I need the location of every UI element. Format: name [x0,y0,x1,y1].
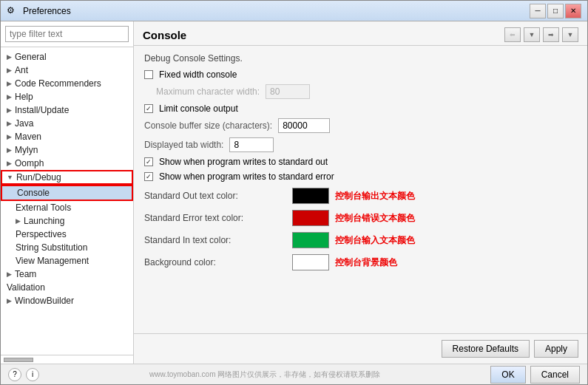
stdout-color-row: Standard Out text color: 控制台输出文本颜色 [144,188,577,204]
show-stderr-label[interactable]: Show when program writes to standard err… [144,171,334,182]
footer: ? i www.toymoban.com 网络图片仅供展示，非存储，如有侵权请联… [1,364,587,384]
info-icon[interactable]: i [26,368,39,381]
filter-input[interactable] [5,26,129,42]
cancel-button[interactable]: Cancel [530,366,580,384]
content-area: Console ⬅ ▼ ➡ ▼ Debug Console Settings. … [134,21,587,364]
content-header: Console ⬅ ▼ ➡ ▼ [134,21,587,46]
limit-output-row: Limit console output [144,103,577,114]
nav-forward-dropdown-button[interactable]: ▼ [562,27,578,42]
watermark-text: www.toymoban.com 网络图片仅供展示，非存储，如有侵权请联系删除 [149,369,380,380]
sidebar-item-install-update[interactable]: ▶Install/Update [1,103,133,117]
content-title: Console [143,29,186,41]
stdin-color-label: Standard In text color: [144,235,292,245]
content-body: Debug Console Settings. Fixed width cons… [134,46,587,333]
bg-color-box[interactable] [292,254,329,270]
sidebar-item-string-substitution[interactable]: String Substitution [1,241,133,254]
max-char-width-label: Maximum character width: [156,86,260,97]
show-stderr-row: Show when program writes to standard err… [144,171,577,182]
fixed-width-label[interactable]: Fixed width console [144,69,237,80]
show-stdout-checkbox[interactable] [144,157,153,166]
stderr-color-label: Standard Error text color: [144,213,292,223]
sidebar: ▶General ▶Ant ▶Code Recommenders ▶Help ▶… [1,21,134,364]
show-stderr-checkbox[interactable] [144,172,153,181]
preferences-window: ⚙ Preferences ─ □ ✕ ▶General ▶Ant ▶Code … [0,0,588,385]
restore-defaults-button[interactable]: Restore Defaults [442,340,530,358]
stdout-color-annotation: 控制台输出文本颜色 [335,190,415,202]
bottom-buttons: Restore Defaults Apply [134,333,587,364]
stdin-color-annotation: 控制台输入文本颜色 [335,234,415,247]
bg-color-label: Background color: [144,257,292,268]
stderr-color-box[interactable] [292,210,329,226]
stdout-color-label: Standard Out text color: [144,191,292,201]
fixed-width-checkbox[interactable] [144,70,153,79]
sidebar-item-view-management[interactable]: View Management [1,254,133,268]
filter-box [1,21,133,47]
limit-output-label[interactable]: Limit console output [144,103,238,114]
show-stdout-text: Show when program writes to standard out [159,157,328,167]
fixed-width-text: Fixed width console [159,69,237,80]
sidebar-item-launching[interactable]: ▶Launching [1,214,133,228]
tab-width-row: Displayed tab width: [144,137,577,152]
nav-dropdown-button[interactable]: ▼ [524,27,540,42]
maximize-button[interactable]: □ [547,4,564,18]
bg-color-row: Background color: 控制台背景颜色 [144,254,577,270]
show-stderr-text: Show when program writes to standard err… [159,171,334,182]
sidebar-item-help[interactable]: ▶Help [1,90,133,103]
show-stdout-label[interactable]: Show when program writes to standard out [144,157,328,167]
color-section: Standard Out text color: 控制台输出文本颜色 Stand… [144,188,577,270]
sidebar-item-perspectives[interactable]: Perspectives [1,228,133,241]
window-icon: ⚙ [7,5,18,17]
sidebar-item-maven[interactable]: ▶Maven [1,130,133,143]
apply-button[interactable]: Apply [534,340,578,358]
stdin-color-box[interactable] [292,232,329,248]
main-content: ▶General ▶Ant ▶Code Recommenders ▶Help ▶… [1,21,587,364]
sidebar-item-run-debug[interactable]: ▼Run/Debug [1,170,133,185]
ok-cancel-buttons: OK Cancel [490,366,580,384]
stdout-color-box[interactable] [292,188,329,204]
ok-button[interactable]: OK [490,366,525,384]
sidebar-item-validation[interactable]: Validation [1,281,133,294]
sidebar-item-external-tools[interactable]: External Tools [1,201,133,214]
titlebar-buttons: ─ □ ✕ [530,4,581,18]
max-char-width-row: Maximum character width: [144,84,577,99]
buffer-size-input[interactable] [278,118,330,133]
sidebar-item-team[interactable]: ▶Team [1,268,133,281]
sidebar-item-oomph[interactable]: ▶Oomph [1,157,133,170]
sidebar-item-mylyn[interactable]: ▶Mylyn [1,143,133,157]
stderr-color-annotation: 控制台错误文本颜色 [335,212,415,225]
sidebar-item-general[interactable]: ▶General [1,50,133,64]
sidebar-scrollbar[interactable] [1,355,133,364]
sidebar-item-ant[interactable]: ▶Ant [1,64,133,77]
show-stdout-row: Show when program writes to standard out [144,157,577,167]
footer-icons: ? i [8,368,39,381]
fixed-width-row: Fixed width console [144,69,577,80]
minimize-button[interactable]: ─ [530,4,546,18]
max-char-width-input [266,84,310,99]
section-title: Debug Console Settings. [144,53,577,64]
limit-output-checkbox[interactable] [144,104,153,113]
buffer-size-row: Console buffer size (characters): [144,118,577,133]
sidebar-item-console[interactable]: Console [1,185,133,201]
nav-back-button[interactable]: ⬅ [504,27,521,42]
buffer-size-label: Console buffer size (characters): [144,120,272,131]
limit-output-text: Limit console output [159,103,238,114]
close-button[interactable]: ✕ [565,4,581,18]
sidebar-item-java[interactable]: ▶Java [1,117,133,130]
sidebar-item-windowbuilder[interactable]: ▶WindowBuilder [1,294,133,307]
window-title: Preferences [23,6,530,16]
sidebar-item-code-recommenders[interactable]: ▶Code Recommenders [1,77,133,90]
nav-forward-button[interactable]: ➡ [543,27,559,42]
stdin-color-row: Standard In text color: 控制台输入文本颜色 [144,232,577,248]
stderr-color-row: Standard Error text color: 控制台错误文本颜色 [144,210,577,226]
titlebar: ⚙ Preferences ─ □ ✕ [1,1,587,21]
tab-width-input[interactable] [229,137,274,152]
tab-width-label: Displayed tab width: [144,140,223,150]
bg-color-annotation: 控制台背景颜色 [335,256,397,269]
header-nav: ⬅ ▼ ➡ ▼ [504,27,578,42]
tree-area: ▶General ▶Ant ▶Code Recommenders ▶Help ▶… [1,47,133,355]
help-icon[interactable]: ? [8,368,21,381]
